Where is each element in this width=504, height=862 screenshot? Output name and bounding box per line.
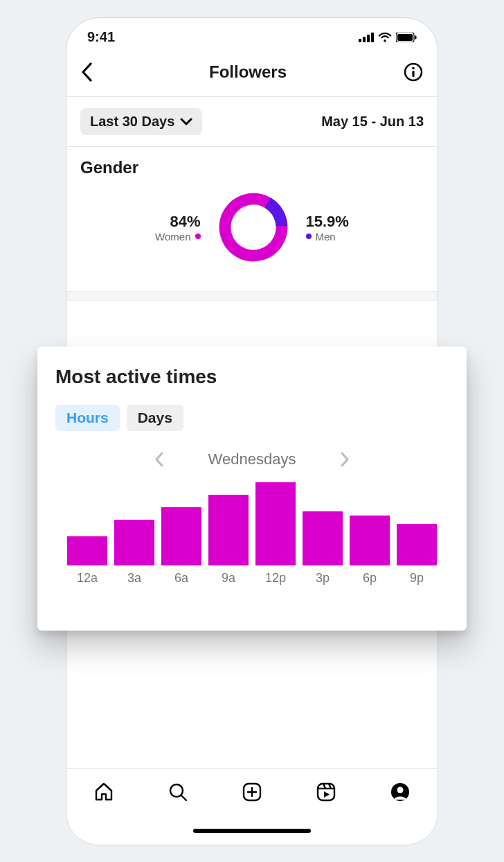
svg-rect-2 [367, 35, 370, 42]
status-bar: 9:41 [66, 18, 438, 52]
gender-men-pct: 15.9% [306, 213, 349, 231]
tab-days[interactable]: Days [127, 405, 183, 431]
svg-rect-17 [318, 784, 334, 800]
svg-point-8 [412, 67, 415, 70]
nav-profile[interactable] [390, 782, 411, 802]
svg-point-22 [397, 787, 404, 793]
axis-tick-label: 9p [397, 571, 437, 586]
info-button[interactable] [403, 62, 424, 82]
axis-tick-label: 6a [161, 571, 201, 586]
active-times-title: Most active times [55, 366, 449, 388]
prev-day-button[interactable] [154, 452, 164, 467]
gender-women-block: 84% Women [155, 213, 200, 243]
cellular-icon [359, 33, 374, 42]
status-time: 9:41 [87, 29, 115, 45]
chevron-right-icon [340, 452, 350, 467]
profile-icon [390, 782, 411, 802]
gender-men-block: 15.9% Men [306, 213, 349, 243]
svg-point-10 [215, 188, 292, 266]
battery-icon [396, 33, 417, 42]
gender-donut-chart [202, 176, 305, 279]
search-icon [168, 782, 188, 802]
day-navigator: Wednesdays [55, 450, 449, 468]
activity-bar-chart [55, 475, 449, 565]
reels-icon [316, 782, 336, 802]
chart-bar [67, 536, 107, 565]
axis-tick-label: 3p [303, 571, 343, 586]
svg-rect-5 [397, 34, 413, 41]
chart-bar [255, 482, 296, 565]
back-button[interactable] [80, 62, 93, 82]
next-day-button[interactable] [340, 452, 350, 467]
svg-rect-6 [415, 35, 417, 39]
gender-women-text: Women [155, 231, 190, 243]
gender-women-pct: 84% [155, 213, 200, 231]
status-icons [359, 33, 417, 42]
axis-tick-label: 12a [67, 571, 107, 586]
nav-reels[interactable] [316, 782, 336, 802]
gender-title: Gender [80, 158, 424, 177]
chart-bar [208, 495, 249, 565]
nav-create[interactable] [242, 782, 262, 802]
date-filter-dropdown[interactable]: Last 30 Days [80, 108, 202, 135]
gender-section: Gender 84% Women 15.9% Men [66, 147, 438, 291]
legend-dot-women-icon [195, 234, 201, 239]
axis-tick-label: 3a [114, 571, 154, 586]
chevron-left-icon [154, 452, 164, 467]
svg-rect-0 [359, 39, 361, 42]
tab-hours[interactable]: Hours [55, 405, 120, 431]
info-icon [403, 62, 424, 82]
date-range: May 15 - Jun 13 [321, 114, 424, 130]
svg-rect-9 [412, 71, 414, 77]
day-label: Wednesdays [208, 450, 296, 468]
page-title: Followers [209, 62, 287, 82]
most-active-card: Most active times Hours Days Wednesdays … [37, 346, 467, 631]
wifi-icon [378, 33, 392, 42]
gender-men-label: Men [306, 231, 349, 243]
chart-bar [397, 524, 437, 565]
nav-home[interactable] [93, 782, 114, 802]
chart-bar [114, 520, 154, 565]
tab-row: Hours Days [55, 405, 449, 431]
chart-bar [350, 516, 390, 565]
section-gap [66, 291, 438, 301]
date-filter-label: Last 30 Days [90, 114, 174, 130]
axis-tick-label: 12p [255, 571, 296, 586]
axis-tick-label: 9a [208, 571, 249, 586]
axis-tick-label: 6p [350, 571, 390, 586]
gender-men-text: Men [316, 231, 336, 243]
chevron-left-icon [80, 62, 93, 82]
bottom-nav [66, 768, 438, 845]
chevron-down-icon [180, 118, 192, 126]
legend-dot-men-icon [306, 234, 312, 239]
gender-women-label: Women [155, 231, 200, 243]
nav-search[interactable] [168, 782, 188, 802]
svg-rect-1 [363, 37, 366, 42]
home-indicator [193, 829, 311, 833]
plus-square-icon [242, 782, 262, 802]
header: Followers [66, 52, 438, 96]
svg-line-13 [181, 795, 186, 800]
date-filter-row: Last 30 Days May 15 - Jun 13 [66, 97, 438, 146]
chart-bar [161, 507, 201, 565]
gender-chart-wrap: 84% Women 15.9% Men [80, 187, 424, 280]
home-icon [93, 782, 114, 802]
svg-rect-3 [371, 33, 374, 42]
activity-chart-axis: 12a3a6a9a12p3p6p9p [55, 571, 449, 586]
chart-bar [303, 511, 343, 565]
